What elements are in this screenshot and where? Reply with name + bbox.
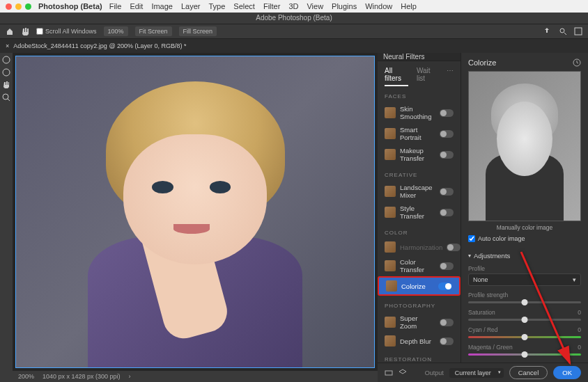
section-color: COLOR — [378, 223, 461, 239]
tool-icon-1[interactable] — [2, 56, 10, 64]
minimize-window-icon[interactable] — [15, 3, 22, 10]
section-creative: CREATIVE — [378, 165, 461, 181]
menu-help[interactable]: Help — [401, 2, 417, 10]
filter-color-transfer[interactable]: Color Transfer — [378, 255, 461, 276]
svg-rect-5 — [385, 371, 392, 375]
cancel-button[interactable]: Cancel — [509, 366, 548, 379]
toggle-skin-smoothing[interactable] — [440, 109, 454, 117]
close-window-icon[interactable] — [6, 3, 12, 10]
adjustments-section[interactable]: Adjustments — [468, 252, 581, 260]
toggle-depth-blur[interactable] — [440, 337, 454, 345]
preview-toggle-icon[interactable] — [385, 369, 393, 377]
menu-view[interactable]: View — [307, 2, 323, 10]
status-chevron-icon[interactable]: › — [129, 373, 131, 380]
profile-select[interactable]: None▾ — [468, 273, 581, 286]
preview-caption: Manually color image — [468, 224, 581, 231]
saturation-slider[interactable] — [468, 319, 581, 321]
menu-select[interactable]: Select — [233, 2, 255, 10]
section-photography: PHOTOGRAPHY — [378, 296, 461, 312]
toggle-style-transfer[interactable] — [440, 209, 454, 216]
filter-harmonization[interactable]: Harmonization — [378, 239, 461, 255]
app-name: Photoshop (Beta) — [38, 2, 102, 10]
hand-tool-icon[interactable] — [21, 27, 29, 35]
layers-icon[interactable] — [399, 369, 407, 377]
menu-filter[interactable]: Filter — [263, 2, 280, 10]
svg-point-0 — [560, 29, 564, 33]
tab-all-filters[interactable]: All filters — [385, 67, 408, 86]
svg-point-3 — [3, 69, 10, 76]
share-icon[interactable] — [543, 27, 552, 35]
saturation-label: Saturation — [468, 309, 495, 316]
options-bar: Scroll All Windows 100% Fit Screen Fill … — [0, 24, 588, 39]
output-select[interactable]: Current layer — [449, 368, 504, 378]
left-toolbar — [0, 53, 13, 382]
zoom-window-icon[interactable] — [25, 3, 31, 10]
menu-file[interactable]: File — [109, 2, 122, 10]
workspace-icon[interactable] — [574, 27, 582, 35]
search-icon[interactable] — [559, 27, 567, 35]
fill-screen-button[interactable]: Fill Screen — [179, 26, 217, 36]
zoom-100-button[interactable]: 100% — [104, 26, 128, 36]
status-bar: 200% 1040 px x 1428 px (300 ppi) › — [13, 371, 378, 382]
section-faces: FACES — [378, 86, 461, 102]
tab-wait-list[interactable]: Wait list — [417, 67, 438, 86]
filter-makeup-transfer[interactable]: Makeup Transfer — [378, 144, 461, 165]
neural-filters-panel: Neural Filters All filters Wait list ⋯ F… — [378, 53, 588, 382]
window-title: Adobe Photoshop (Beta) — [0, 13, 588, 24]
scroll-all-checkbox[interactable]: Scroll All Windows — [36, 28, 97, 35]
status-zoom[interactable]: 200% — [18, 373, 34, 380]
tool-icon-2[interactable] — [2, 68, 10, 77]
document-canvas[interactable] — [15, 56, 375, 368]
tab-close-icon[interactable]: × — [6, 42, 9, 49]
preview-image[interactable] — [468, 71, 581, 221]
menu-edit[interactable]: Edit — [130, 2, 143, 10]
menu-layer[interactable]: Layer — [181, 2, 201, 10]
toggle-harmonization[interactable] — [447, 244, 461, 251]
chevron-down-icon: ▾ — [573, 276, 576, 283]
panel-footer: Output Current layer Cancel OK — [378, 363, 588, 382]
reset-icon[interactable] — [573, 58, 581, 67]
menu-image[interactable]: Image — [151, 2, 173, 10]
toggle-landscape-mixer[interactable] — [440, 188, 454, 196]
menu-type[interactable]: Type — [208, 2, 225, 10]
hand-tool[interactable] — [2, 81, 10, 89]
home-icon[interactable] — [6, 27, 14, 35]
filter-super-zoom[interactable]: Super Zoom — [378, 312, 461, 333]
toggle-color-transfer[interactable] — [440, 262, 454, 270]
magenta-green-label: Magenta / Green — [468, 344, 513, 351]
menu-3d[interactable]: 3D — [288, 2, 298, 10]
filter-skin-smoothing[interactable]: Skin Smoothing — [378, 102, 461, 123]
cyan-red-slider[interactable] — [468, 336, 581, 338]
document-tab[interactable]: AdobeStock_24844411 copy2.jpg @ 200% (La… — [13, 42, 186, 49]
profile-label: Profile — [468, 265, 581, 272]
filter-landscape-mixer[interactable]: Landscape Mixer — [378, 181, 461, 202]
panel-menu-icon[interactable]: ⋯ — [447, 67, 454, 86]
filter-style-transfer[interactable]: Style Transfer — [378, 202, 461, 223]
toggle-smart-portrait[interactable] — [440, 130, 454, 138]
svg-rect-1 — [575, 28, 582, 35]
ok-button[interactable]: OK — [553, 366, 581, 379]
document-tab-bar: × AdobeStock_24844411 copy2.jpg @ 200% (… — [0, 39, 588, 53]
window-controls[interactable] — [6, 3, 31, 10]
filter-smart-portrait[interactable]: Smart Portrait — [378, 123, 461, 144]
toggle-super-zoom[interactable] — [440, 319, 454, 326]
fit-screen-button[interactable]: Fit Screen — [135, 26, 172, 36]
scroll-all-label: Scroll All Windows — [45, 28, 97, 35]
auto-color-checkbox[interactable] — [468, 235, 475, 242]
strength-label: Profile strength — [468, 292, 508, 299]
menu-window[interactable]: Window — [365, 2, 392, 10]
toggle-colorize[interactable] — [438, 282, 452, 290]
filter-colorize[interactable]: Colorize — [378, 276, 461, 296]
cyan-red-label: Cyan / Red — [468, 326, 498, 333]
strength-slider[interactable] — [468, 301, 581, 303]
magenta-green-slider[interactable] — [468, 353, 581, 356]
panel-title: Neural Filters — [378, 53, 461, 61]
menu-plugins[interactable]: Plugins — [332, 2, 357, 10]
status-doc-info[interactable]: 1040 px x 1428 px (300 ppi) — [42, 373, 121, 380]
filter-depth-blur[interactable]: Depth Blur — [378, 333, 461, 349]
zoom-tool[interactable] — [2, 93, 10, 102]
auto-color-label: Auto color image — [478, 235, 525, 242]
filter-settings-title: Colorize — [468, 58, 496, 67]
toggle-makeup-transfer[interactable] — [440, 151, 454, 159]
output-label: Output — [425, 369, 444, 376]
